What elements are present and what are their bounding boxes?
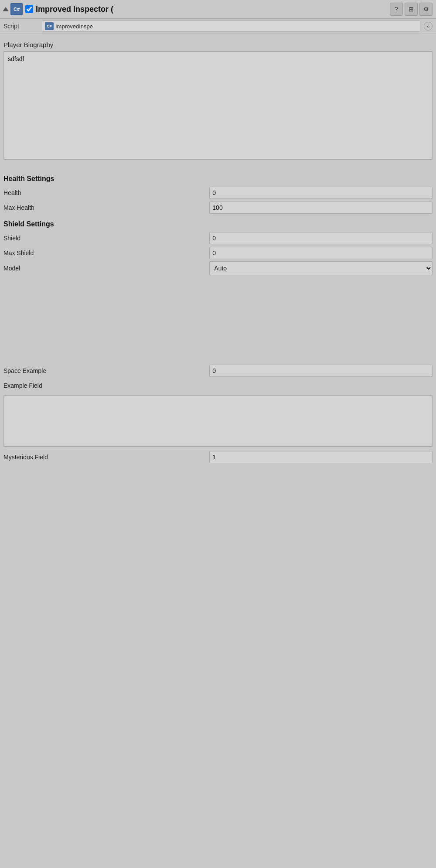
health-label: Health — [3, 189, 209, 196]
shield-settings-header: Shield Settings — [3, 220, 433, 228]
shield-label: Shield — [3, 235, 209, 242]
space-example-field-row: Space Example — [3, 364, 433, 377]
script-select-button[interactable]: ○ — [424, 22, 433, 31]
max-health-label: Max Health — [3, 204, 209, 211]
script-name: ImprovedInspe — [55, 23, 93, 30]
inspector-content: Player Biography sdfsdf Health Settings … — [0, 34, 436, 471]
example-field-label-row: Example Field — [3, 379, 433, 392]
shield-field-row: Shield — [3, 232, 433, 245]
spacer — [3, 277, 433, 364]
model-label: Model — [3, 265, 209, 272]
script-field[interactable]: C# ImprovedInspe — [42, 21, 420, 32]
script-label: Script — [3, 23, 38, 30]
space-example-input[interactable] — [209, 365, 433, 377]
example-field-label: Example Field — [3, 382, 209, 389]
header-title: Improved Inspector ( — [36, 5, 387, 14]
mysterious-field-label: Mysterious Field — [3, 454, 209, 461]
layout-icon: ⊞ — [409, 6, 414, 13]
max-shield-label: Max Shield — [3, 249, 209, 256]
max-health-input[interactable] — [209, 202, 433, 214]
health-field-row: Health — [3, 186, 433, 199]
header-icons: ? ⊞ ⚙ — [390, 3, 433, 16]
max-shield-input[interactable] — [209, 247, 433, 259]
mysterious-field-input[interactable] — [209, 451, 433, 463]
help-icon: ? — [395, 6, 398, 13]
health-input[interactable] — [209, 187, 433, 199]
script-cs-badge: C# — [45, 22, 54, 30]
example-field-textarea[interactable] — [3, 395, 433, 447]
collapse-triangle-icon[interactable] — [3, 7, 9, 11]
script-row: Script C# ImprovedInspe ○ — [0, 19, 436, 34]
model-select[interactable]: Auto Manual Custom — [209, 261, 433, 275]
help-icon-button[interactable]: ? — [390, 3, 403, 16]
inspector-header: C# Improved Inspector ( ? ⊞ ⚙ — [0, 0, 436, 19]
csharp-icon: C# — [10, 3, 23, 15]
layout-icon-button[interactable]: ⊞ — [405, 3, 418, 16]
space-example-label: Space Example — [3, 367, 209, 374]
max-health-field-row: Max Health — [3, 201, 433, 214]
enabled-checkbox[interactable] — [25, 5, 33, 13]
biography-label: Player Biography — [3, 41, 433, 48]
inspector-panel: C# Improved Inspector ( ? ⊞ ⚙ Script C# … — [0, 0, 436, 868]
max-shield-field-row: Max Shield — [3, 246, 433, 260]
shield-input[interactable] — [209, 232, 433, 244]
settings-icon-button[interactable]: ⚙ — [419, 3, 433, 16]
mysterious-field-row: Mysterious Field — [3, 451, 433, 464]
biography-textarea[interactable]: sdfsdf — [3, 51, 433, 160]
health-settings-header: Health Settings — [3, 175, 433, 183]
model-field-row: Model Auto Manual Custom — [3, 261, 433, 275]
settings-icon: ⚙ — [423, 6, 429, 13]
